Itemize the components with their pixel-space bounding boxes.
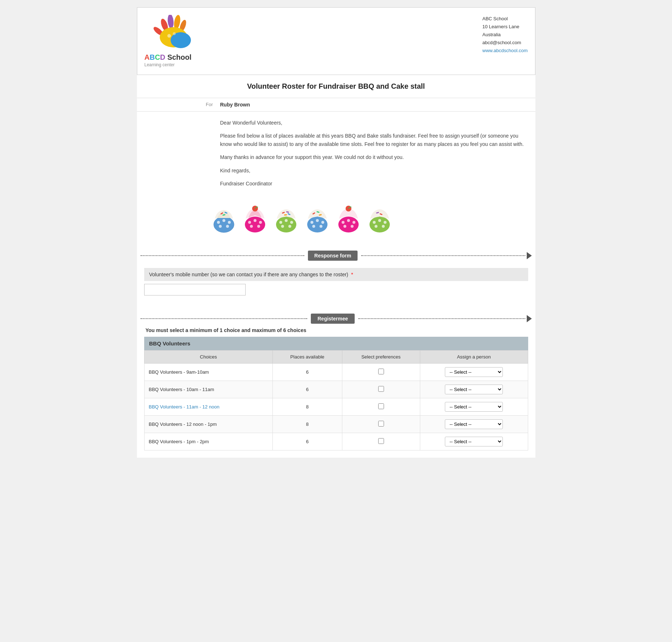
response-form-divider: Response form xyxy=(137,251,535,261)
svg-point-55 xyxy=(384,221,387,224)
school-website[interactable]: www.abcdschool.com xyxy=(483,48,528,53)
cupcakes-row xyxy=(137,200,535,243)
svg-point-40 xyxy=(312,225,315,228)
assign-cell: -- Select -- xyxy=(420,364,528,381)
svg-point-28 xyxy=(285,219,288,222)
preference-checkbox[interactable] xyxy=(378,403,384,409)
registermee-triangle-icon xyxy=(527,315,532,322)
svg-point-24 xyxy=(257,225,260,228)
preference-cell xyxy=(342,433,420,450)
dotted-line-right xyxy=(361,255,525,256)
svg-point-26 xyxy=(276,217,296,232)
svg-point-52 xyxy=(370,217,390,232)
places-cell: 8 xyxy=(273,416,342,433)
svg-point-7 xyxy=(167,34,171,38)
svg-point-22 xyxy=(259,221,262,224)
assign-cell: -- Select -- xyxy=(420,416,528,433)
col-preferences: Select preferences xyxy=(342,351,420,364)
form-title: Volunteer Roster for Fundraiser BBQ and … xyxy=(148,82,525,91)
cupcake-6 xyxy=(365,203,394,236)
assign-cell: -- Select -- xyxy=(420,433,528,450)
body-content: Dear Wonderful Volunteers, Please find b… xyxy=(137,112,535,200)
svg-point-30 xyxy=(281,225,284,228)
response-form-label: Response form xyxy=(308,251,358,261)
table-row: BBQ Volunteers - 9am-10am6-- Select -- xyxy=(144,364,528,381)
svg-point-15 xyxy=(226,225,229,228)
table-row: BBQ Volunteers - 11am - 12 noon8-- Selec… xyxy=(144,398,528,416)
cupcake-3 xyxy=(272,203,301,236)
svg-point-11 xyxy=(217,221,220,224)
svg-point-27 xyxy=(279,221,282,224)
svg-point-41 xyxy=(320,225,322,228)
preference-checkbox[interactable] xyxy=(378,438,384,444)
svg-point-20 xyxy=(248,221,251,224)
svg-point-39 xyxy=(321,221,324,224)
places-cell: 6 xyxy=(273,381,342,398)
table-row: BBQ Volunteers - 12 noon - 1pm8-- Select… xyxy=(144,416,528,433)
choice-cell: BBQ Volunteers - 9am-10am xyxy=(144,364,273,381)
choice-cell: BBQ Volunteers - 11am - 12 noon xyxy=(144,398,273,416)
assign-select[interactable]: -- Select -- xyxy=(445,367,503,377)
assign-select[interactable]: -- Select -- xyxy=(445,419,503,429)
assign-select[interactable]: -- Select -- xyxy=(445,437,503,446)
for-row: For Ruby Brown xyxy=(137,98,535,112)
choice-cell: BBQ Volunteers - 1pm - 2pm xyxy=(144,433,273,450)
svg-point-8 xyxy=(173,32,176,35)
cupcake-5 xyxy=(334,203,363,236)
svg-point-56 xyxy=(375,225,377,228)
svg-point-38 xyxy=(316,219,319,222)
svg-point-13 xyxy=(228,221,231,224)
for-label: For xyxy=(148,102,220,108)
registermee-label: Registermee xyxy=(311,314,354,324)
svg-point-45 xyxy=(338,217,359,232)
min-max-note: You must select a minimum of 1 choice an… xyxy=(144,327,528,333)
table-header-row: Choices Places available Select preferen… xyxy=(144,351,528,364)
table-section-header: BBQ Volunteers xyxy=(144,337,528,350)
logo-svg xyxy=(145,15,203,51)
svg-point-37 xyxy=(310,221,313,224)
svg-point-49 xyxy=(343,225,346,228)
svg-point-12 xyxy=(222,219,225,222)
form-section: Volunteer's mobile number (so we can con… xyxy=(137,264,535,306)
assign-cell: -- Select -- xyxy=(420,398,528,416)
body-paragraph-4: Fundraiser Coordinator xyxy=(220,180,525,188)
registermee-divider: Registermee xyxy=(137,314,535,324)
assign-select[interactable]: -- Select -- xyxy=(445,402,503,412)
dotted-line-left xyxy=(141,255,304,256)
preference-checkbox[interactable] xyxy=(378,386,384,392)
for-value: Ruby Brown xyxy=(220,102,250,108)
greeting-text: Dear Wonderful Volunteers, xyxy=(220,119,525,127)
preference-cell xyxy=(342,398,420,416)
choice-link[interactable]: BBQ Volunteers - 11am - 12 noon xyxy=(149,404,220,410)
assign-select[interactable]: -- Select -- xyxy=(445,385,503,394)
mobile-input[interactable] xyxy=(144,284,246,295)
svg-point-50 xyxy=(351,225,354,228)
places-cell: 8 xyxy=(273,398,342,416)
mobile-label-text: Volunteer's mobile number (so we can con… xyxy=(149,272,348,277)
school-email: abcd@school.com xyxy=(483,39,528,47)
svg-point-57 xyxy=(382,225,385,228)
table-row: BBQ Volunteers - 1pm - 2pm6-- Select -- xyxy=(144,433,528,450)
svg-point-53 xyxy=(373,221,376,224)
cupcake-1 xyxy=(209,203,238,236)
svg-point-47 xyxy=(347,219,350,222)
required-star: * xyxy=(351,272,353,277)
register-section: You must select a minimum of 1 choice an… xyxy=(137,327,535,458)
preference-checkbox[interactable] xyxy=(378,369,384,374)
page-container: ABCD School Learning center ABC School 1… xyxy=(137,7,535,458)
choice-cell: BBQ Volunteers - 10am - 11am xyxy=(144,381,273,398)
col-places: Places available xyxy=(273,351,342,364)
body-paragraph-3: Kind regards, xyxy=(220,167,525,175)
svg-point-21 xyxy=(254,219,256,222)
cupcake-4 xyxy=(303,203,332,236)
preference-checkbox[interactable] xyxy=(378,421,384,427)
registermee-dotted-left xyxy=(141,318,308,319)
svg-point-1 xyxy=(167,15,174,29)
svg-point-29 xyxy=(290,221,293,224)
preference-cell xyxy=(342,381,420,398)
school-address-street: 10 Learners Lane xyxy=(483,23,528,31)
col-assign: Assign a person xyxy=(420,351,528,364)
svg-point-46 xyxy=(342,221,345,224)
header-box: ABCD School Learning center ABC School 1… xyxy=(137,7,535,75)
roster-table: Choices Places available Select preferen… xyxy=(144,350,528,450)
